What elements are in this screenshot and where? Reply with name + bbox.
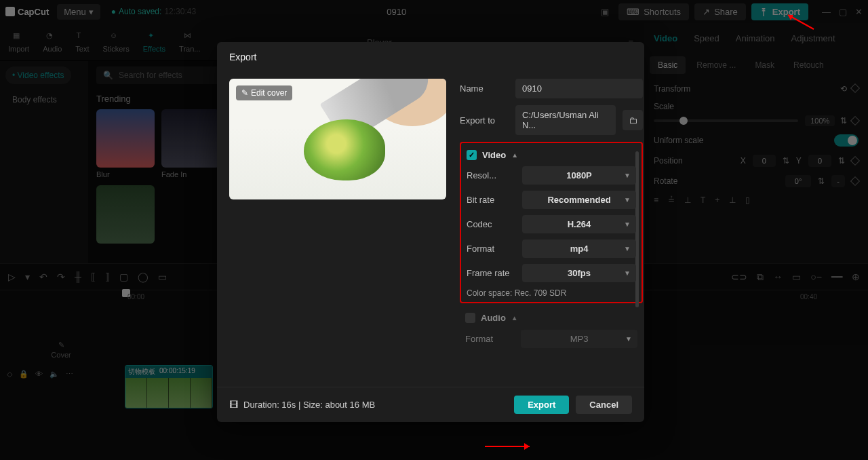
chevron-down-icon: ▼ bbox=[624, 221, 631, 228]
export-confirm-button[interactable]: Export bbox=[514, 396, 569, 414]
resolution-select[interactable]: 1080P▼ bbox=[522, 166, 636, 185]
chevron-up-icon[interactable]: ▲ bbox=[511, 151, 518, 159]
video-section-label: Video bbox=[482, 150, 506, 160]
framerate-select[interactable]: 30fps▼ bbox=[522, 264, 636, 282]
audio-checkbox[interactable] bbox=[465, 313, 475, 323]
name-label: Name bbox=[460, 83, 509, 94]
browse-folder-button[interactable]: 🗀 bbox=[623, 110, 643, 130]
video-checkbox[interactable]: ✓ bbox=[467, 150, 477, 160]
colorspace-text: Color space: Rec. 709 SDR bbox=[467, 288, 636, 298]
cover-preview: ✎ Edit cover bbox=[229, 79, 446, 199]
audio-format-select: MP3▼ bbox=[521, 330, 637, 348]
bitrate-select[interactable]: Recommended▼ bbox=[522, 191, 636, 209]
chevron-down-icon: ▼ bbox=[624, 196, 631, 204]
format-select[interactable]: mp4▼ bbox=[522, 239, 636, 258]
edit-cover-button[interactable]: ✎ Edit cover bbox=[236, 85, 292, 100]
cancel-button[interactable]: Cancel bbox=[576, 396, 632, 414]
folder-icon: 🗀 bbox=[629, 115, 637, 126]
chevron-down-icon: ▼ bbox=[624, 269, 631, 277]
pencil-icon: ✎ bbox=[241, 88, 248, 98]
export-path: C:/Users/Usman Ali N... bbox=[515, 105, 616, 135]
exportto-label: Export to bbox=[460, 115, 509, 126]
video-settings-box: ✓ Video ▲ Resol... 1080P▼ Bit rate Recom… bbox=[460, 142, 643, 303]
name-input[interactable] bbox=[515, 79, 643, 98]
chevron-up-icon[interactable]: ▲ bbox=[511, 314, 518, 322]
film-icon: 🎞 bbox=[229, 400, 238, 410]
codec-select[interactable]: H.264▼ bbox=[522, 215, 636, 233]
dialog-title: Export bbox=[217, 42, 644, 72]
chevron-down-icon: ▼ bbox=[625, 335, 632, 343]
export-dialog: Export ✎ Edit cover Name Export to C:/Us… bbox=[217, 42, 644, 422]
audio-section-label: Audio bbox=[481, 313, 506, 323]
footer-info: Duration: 16s | Size: about 16 MB bbox=[243, 400, 375, 410]
chevron-down-icon: ▼ bbox=[624, 245, 631, 252]
chevron-down-icon: ▼ bbox=[624, 172, 631, 179]
